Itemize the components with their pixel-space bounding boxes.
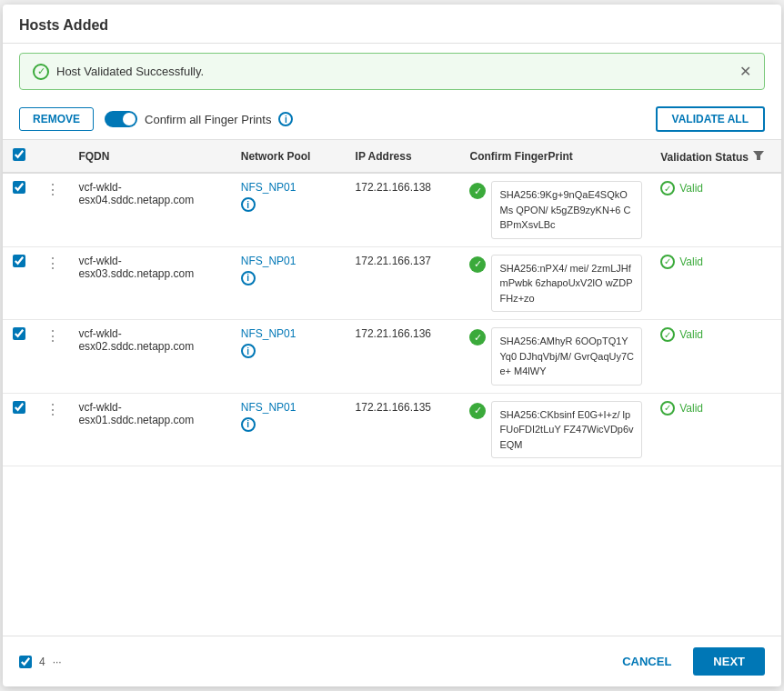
footer-ellipsis: ··· (53, 656, 62, 668)
valid-label: Valid (679, 182, 703, 195)
row-menu-icon[interactable]: ⋮ (45, 182, 60, 197)
network-pool-info-icon[interactable]: i (241, 344, 256, 358)
fingerprint-check-icon: ✓ (469, 183, 486, 199)
success-banner: ✓ Host Validated Successfully. ✕ (19, 53, 765, 90)
close-banner-button[interactable]: ✕ (739, 63, 751, 80)
network-pool-info-icon[interactable]: i (241, 197, 256, 212)
row-fingerprint: ✓SHA256:CKbsinf E0G+I+z/ lpFUoFDI2tLuY F… (460, 393, 651, 466)
toggle-label: Confirm all Finger Prints (145, 113, 271, 126)
main-dialog: Hosts Added ✓ Host Validated Successfull… (3, 5, 781, 686)
fingerprint-check-icon: ✓ (469, 329, 486, 346)
banner-message: Host Validated Successfully. (56, 65, 204, 78)
table-row: ⋮vcf-wkld-esx01.sddc.netapp.comNFS_NP01i… (3, 393, 781, 466)
fingerprint-confirmed-wrap: ✓SHA256:CKbsinf E0G+I+z/ lpFUoFDI2tLuY F… (469, 401, 642, 459)
row-checkbox[interactable] (13, 327, 25, 340)
valid-check-icon: ✓ (660, 401, 675, 416)
row-fingerprint: ✓SHA256:9Kg+9nQaE4SQkOMs QPON/ k5gZB9zyK… (460, 173, 651, 246)
row-network-pool: NFS_NP01i (232, 246, 347, 320)
fingerprint-confirmed-wrap: ✓SHA256:9Kg+9nQaE4SQkOMs QPON/ k5gZB9zyK… (469, 181, 642, 239)
network-pool-link[interactable]: NFS_NP01 (241, 181, 297, 194)
th-select-all[interactable] (3, 140, 35, 173)
th-network-pool: Network Pool (232, 140, 347, 173)
row-dots[interactable]: ⋮ (35, 393, 70, 466)
fingerprint-text: SHA256:CKbsinf E0G+I+z/ lpFUoFDI2tLuY FZ… (491, 401, 642, 459)
fingerprint-check-icon: ✓ (469, 256, 486, 273)
footer-count: 4 ··· (19, 656, 62, 668)
valid-status: ✓Valid (660, 401, 772, 416)
table-row: ⋮vcf-wkld-esx02.sddc.netapp.comNFS_NP01i… (3, 320, 781, 394)
th-validation-status: Validation Status (651, 140, 781, 173)
row-checkbox-cell (3, 393, 35, 466)
row-checkbox-cell (3, 246, 35, 320)
row-validation-status: ✓Valid (651, 246, 781, 320)
row-ip-address: 172.21.166.135 (347, 393, 461, 466)
svg-marker-0 (753, 151, 764, 160)
row-checkbox[interactable] (13, 255, 25, 267)
network-pool-info-icon[interactable]: i (241, 271, 256, 285)
dialog-title: Hosts Added (19, 17, 108, 33)
row-menu-icon[interactable]: ⋮ (45, 328, 60, 344)
th-fingerprint: Confirm FingerPrint (460, 140, 651, 173)
row-network-pool: NFS_NP01i (232, 393, 347, 466)
row-fqdn: vcf-wkld-esx01.sddc.netapp.com (69, 393, 231, 466)
footer-actions: CANCEL NEXT (609, 647, 765, 676)
banner-left: ✓ Host Validated Successfully. (33, 64, 204, 80)
th-actions (35, 140, 70, 173)
toolbar: REMOVE Confirm all Finger Prints i VALID… (3, 99, 781, 140)
th-fqdn: FQDN (69, 140, 231, 173)
table-header-row: FQDN Network Pool IP Address Confirm Fin… (3, 140, 781, 173)
footer-checkbox[interactable] (19, 656, 32, 668)
row-checkbox-cell (3, 173, 35, 246)
valid-check-icon: ✓ (660, 327, 675, 342)
row-ip-address: 172.21.166.138 (347, 173, 461, 246)
select-all-checkbox[interactable] (13, 148, 25, 161)
row-checkbox-cell (3, 320, 35, 394)
fingerprint-text: SHA256:nPX4/ mei/ 2zmLJHfmPwbk 6zhapoUxV… (491, 255, 642, 313)
row-validation-status: ✓Valid (651, 320, 781, 394)
valid-label: Valid (679, 328, 703, 341)
row-menu-icon[interactable]: ⋮ (45, 255, 60, 271)
footer: 4 ··· CANCEL NEXT (3, 636, 781, 686)
row-network-pool: NFS_NP01i (232, 320, 347, 394)
network-pool-link[interactable]: NFS_NP01 (241, 255, 297, 267)
row-fingerprint: ✓SHA256:AMhyR 6OOpTQ1YYq0 DJhqVbj/M/ Gvr… (460, 320, 651, 394)
validation-filter-icon[interactable] (751, 148, 766, 163)
row-checkbox[interactable] (13, 401, 25, 414)
fingerprint-confirmed-wrap: ✓SHA256:nPX4/ mei/ 2zmLJHfmPwbk 6zhapoUx… (469, 255, 642, 313)
valid-label: Valid (679, 255, 703, 268)
next-button[interactable]: NEXT (693, 647, 765, 676)
row-checkbox[interactable] (13, 181, 25, 194)
valid-status: ✓Valid (660, 327, 772, 342)
fingerprint-confirmed-wrap: ✓SHA256:AMhyR 6OOpTQ1YYq0 DJhqVbj/M/ Gvr… (469, 327, 642, 386)
fingerprint-check-icon: ✓ (469, 403, 486, 419)
table-row: ⋮vcf-wkld-esx04.sddc.netapp.comNFS_NP01i… (3, 173, 781, 246)
fingerprint-text: SHA256:AMhyR 6OOpTQ1YYq0 DJhqVbj/M/ GvrQ… (491, 327, 642, 386)
dialog-header: Hosts Added (3, 5, 781, 44)
row-dots[interactable]: ⋮ (35, 173, 70, 246)
table-row: ⋮vcf-wkld-esx03.sddc.netapp.comNFS_NP01i… (3, 246, 781, 320)
th-ip-address: IP Address (347, 140, 461, 173)
network-pool-link[interactable]: NFS_NP01 (241, 401, 297, 414)
row-ip-address: 172.21.166.137 (347, 246, 461, 320)
validate-all-button[interactable]: VALIDATE ALL (656, 106, 765, 132)
toggle-info-icon[interactable]: i (278, 112, 293, 126)
row-validation-status: ✓Valid (651, 173, 781, 246)
confirm-all-toggle[interactable] (105, 111, 137, 127)
hosts-table: FQDN Network Pool IP Address Confirm Fin… (3, 140, 781, 466)
valid-status: ✓Valid (660, 181, 772, 195)
row-menu-icon[interactable]: ⋮ (45, 402, 60, 417)
row-fqdn: vcf-wkld-esx02.sddc.netapp.com (69, 320, 231, 394)
row-validation-status: ✓Valid (651, 393, 781, 466)
valid-label: Valid (679, 402, 703, 415)
valid-check-icon: ✓ (660, 181, 675, 195)
row-dots[interactable]: ⋮ (35, 320, 70, 394)
network-pool-link[interactable]: NFS_NP01 (241, 327, 297, 340)
table-body: ⋮vcf-wkld-esx04.sddc.netapp.comNFS_NP01i… (3, 173, 781, 466)
remove-button[interactable]: REMOVE (19, 107, 94, 131)
row-fqdn: vcf-wkld-esx03.sddc.netapp.com (69, 246, 231, 320)
network-pool-info-icon[interactable]: i (241, 417, 256, 432)
row-network-pool: NFS_NP01i (232, 173, 347, 246)
cancel-button[interactable]: CANCEL (609, 647, 684, 676)
row-dots[interactable]: ⋮ (35, 246, 70, 320)
row-fqdn: vcf-wkld-esx04.sddc.netapp.com (69, 173, 231, 246)
